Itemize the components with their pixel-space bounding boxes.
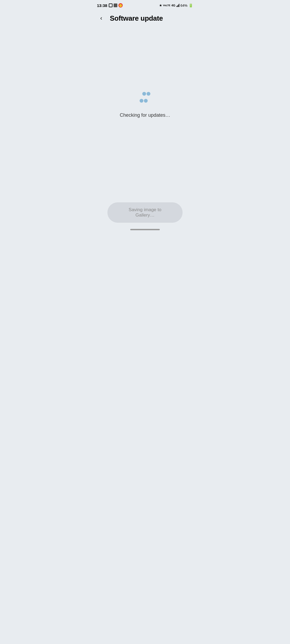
status-time: 13:38: [97, 3, 107, 8]
main-content: Checking for updates…: [93, 28, 197, 197]
page-title: Software update: [110, 14, 163, 23]
photo-notification-icon: [114, 3, 117, 7]
signal-strength-icon: [176, 4, 179, 7]
volte-indicator: VoLTE: [163, 4, 170, 7]
header: ‹ Software update: [93, 10, 197, 28]
notification-icons: 😶: [109, 3, 123, 8]
status-icons-right: ★ VoLTE 4G 64% 🔋: [159, 3, 193, 8]
checking-status-text: Checking for updates…: [120, 112, 170, 118]
loading-container: Checking for updates…: [120, 91, 170, 118]
home-indicator: [130, 229, 160, 230]
battery-percent: 64%: [180, 3, 187, 8]
network-type-icon: 4G: [171, 4, 175, 7]
back-arrow-icon: ‹: [100, 15, 102, 21]
back-button[interactable]: ‹: [96, 13, 107, 24]
saving-toast-button[interactable]: Saving image to Gallery…: [107, 202, 183, 223]
spinner-dot-3: [140, 99, 143, 103]
battery-icon: 🔋: [189, 3, 193, 8]
spinner-dot-4: [144, 99, 148, 103]
face-notification-icon: 😶: [118, 3, 123, 8]
status-left: 13:38 😶: [97, 3, 123, 8]
loading-spinner: [139, 91, 151, 104]
status-bar: 13:38 😶 ★ VoLTE 4G 64% 🔋: [93, 0, 197, 10]
bottom-area: Saving image to Gallery…: [93, 202, 197, 223]
spinner-dot-2: [142, 92, 146, 96]
screenshot-notification-icon: [109, 3, 113, 7]
bluetooth-icon: ★: [159, 4, 162, 7]
spinner-dot-1: [147, 92, 150, 96]
